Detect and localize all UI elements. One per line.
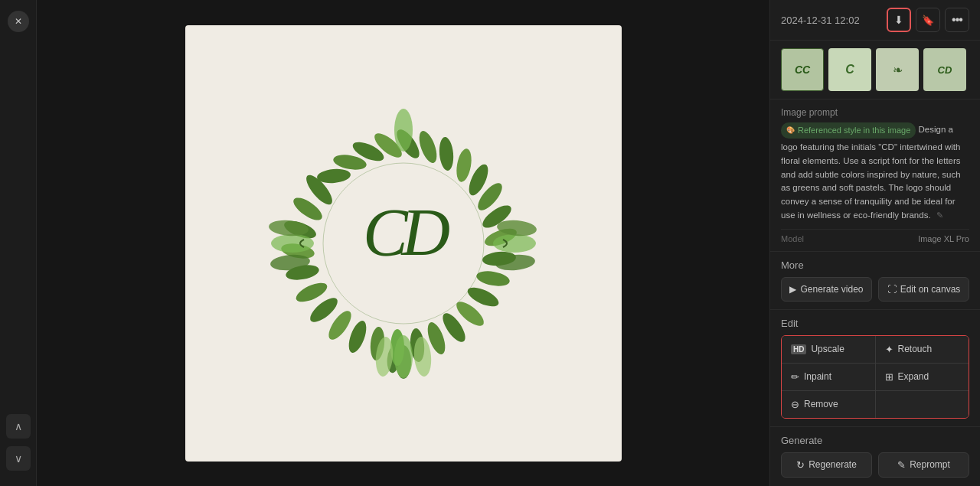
regenerate-button[interactable]: ↻ Regenerate — [781, 452, 872, 478]
image-prompt-section: Image prompt 🎨 Referenced style in this … — [770, 99, 980, 252]
model-label: Model — [781, 234, 804, 243]
generate-section: Generate ↻ Regenerate ✎ Reprompt — [770, 427, 980, 485]
edit-on-canvas-icon: ⛶ — [887, 284, 897, 295]
thumbnail-4[interactable]: CD — [923, 48, 966, 91]
bookmark-button[interactable]: 🔖 — [916, 8, 940, 32]
more-options-icon: ••• — [952, 13, 962, 27]
svg-point-31 — [316, 168, 351, 184]
thumbnails-row: CC C ❧ CD — [770, 41, 980, 99]
edit-on-canvas-button[interactable]: ⛶ Edit on canvas — [878, 277, 969, 302]
svg-point-25 — [438, 136, 455, 171]
edit-section-title: Edit — [781, 318, 969, 329]
upscale-button[interactable]: HD Upscale — [782, 336, 875, 363]
download-icon: ⬇ — [894, 14, 903, 26]
reprompt-icon: ✎ — [897, 459, 906, 471]
prompt-text: Design a logo featuring the initials "CD… — [781, 125, 961, 220]
edit-grid: HD Upscale ✦ Retouch ✏ Inpaint ⊞ Expand — [781, 335, 969, 419]
generate-section-title: Generate — [781, 435, 969, 446]
more-options-button[interactable]: ••• — [945, 8, 969, 32]
edit-section: Edit HD Upscale ✦ Retouch ✏ Inpaint — [770, 310, 980, 427]
remove-icon: ⊖ — [791, 399, 799, 410]
thumbnail-2[interactable]: C — [828, 48, 871, 91]
inpaint-button[interactable]: ✏ Inpaint — [782, 364, 875, 390]
svg-point-35 — [394, 109, 413, 152]
svg-point-33 — [493, 234, 536, 253]
edit-empty-cell — [876, 391, 969, 418]
upscale-icon: HD — [791, 344, 806, 354]
svg-point-18 — [475, 269, 510, 288]
close-button[interactable]: ✕ — [8, 11, 29, 32]
bookmark-icon: 🔖 — [922, 15, 934, 26]
regenerate-icon: ↻ — [796, 459, 805, 471]
nav-up-button[interactable]: ∧ — [6, 414, 31, 439]
svg-point-24 — [454, 147, 473, 182]
svg-point-10 — [345, 318, 370, 355]
retouch-icon: ✦ — [885, 344, 893, 355]
reprompt-button[interactable]: ✎ Reprompt — [878, 452, 969, 478]
more-section-title: More — [781, 259, 969, 271]
model-row: Model Image XL Pro — [781, 229, 969, 243]
image-area: CD — [37, 0, 769, 486]
download-button[interactable]: ⬇ — [887, 8, 911, 32]
image-prompt-label: Image prompt — [781, 107, 969, 118]
expand-icon: ⊞ — [885, 371, 893, 383]
expand-button[interactable]: ⊞ Expand — [876, 364, 969, 390]
thumbnail-1[interactable]: CC — [781, 48, 824, 91]
svg-text:CD: CD — [362, 195, 449, 269]
remove-button[interactable]: ⊖ Remove — [782, 391, 875, 418]
nav-down-button[interactable]: ∨ — [6, 446, 31, 471]
more-section: More ▶ Generate video ⛶ Edit on canvas — [770, 252, 980, 310]
svg-point-26 — [416, 129, 440, 165]
inpaint-icon: ✏ — [791, 371, 799, 383]
generate-video-button[interactable]: ▶ Generate video — [781, 277, 872, 302]
edit-prompt-icon[interactable]: ✎ — [936, 210, 943, 220]
logo-image: CD — [250, 90, 557, 396]
retouch-button[interactable]: ✦ Retouch — [876, 336, 969, 363]
header-toolbar: 2024-12-31 12:02 ⬇ 🔖 ••• — [770, 0, 980, 41]
right-panel: 2024-12-31 12:02 ⬇ 🔖 ••• CC C ❧ CD — [769, 0, 980, 486]
image-canvas: CD — [185, 25, 622, 462]
svg-point-34 — [394, 335, 413, 378]
ref-pill[interactable]: 🎨 Referenced style in this image — [781, 122, 916, 139]
svg-point-32 — [271, 234, 314, 253]
thumbnail-3[interactable]: ❧ — [876, 48, 919, 91]
prompt-content: 🎨 Referenced style in this image Design … — [781, 122, 969, 223]
generate-video-icon: ▶ — [789, 284, 796, 295]
timestamp: 2024-12-31 12:02 — [781, 15, 882, 26]
model-value: Image XL Pro — [918, 234, 969, 243]
